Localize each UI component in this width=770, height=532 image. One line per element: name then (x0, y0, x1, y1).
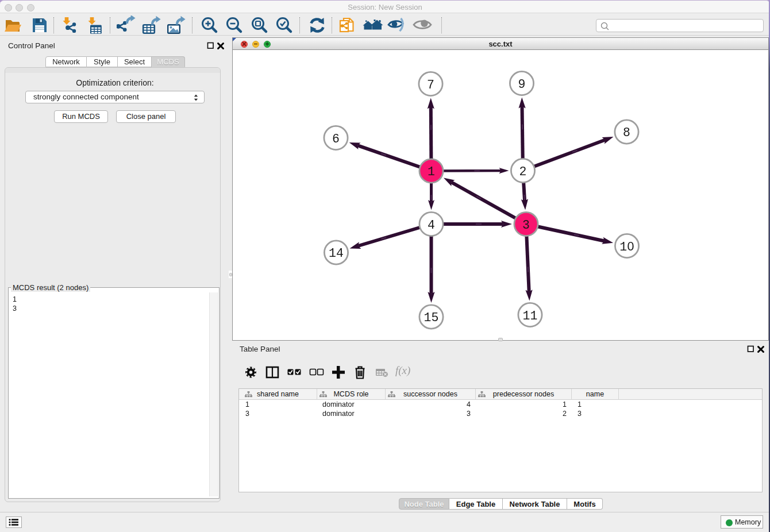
svg-text:11: 11 (523, 309, 538, 323)
svg-text:6: 6 (332, 132, 340, 146)
svg-text:2: 2 (519, 165, 527, 179)
svg-text:7: 7 (427, 78, 434, 92)
svg-text:8: 8 (623, 126, 630, 140)
svg-text:4: 4 (428, 218, 435, 232)
svg-text:0: 0 (627, 240, 634, 253)
svg-text:9: 9 (518, 78, 526, 91)
svg-text:15: 15 (424, 311, 439, 325)
svg-text:3: 3 (522, 218, 530, 232)
svg-text:1: 1 (428, 165, 435, 179)
svg-text:14: 14 (329, 246, 344, 260)
svg-text:1: 1 (619, 240, 627, 254)
